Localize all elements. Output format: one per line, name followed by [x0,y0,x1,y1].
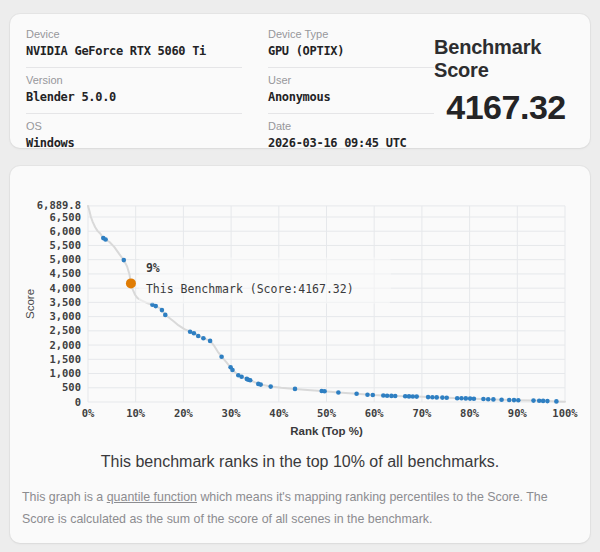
data-point[interactable] [455,396,460,401]
data-point[interactable] [248,378,253,383]
svg-text:500: 500 [62,381,81,393]
field-value: Blender 5.0.0 [26,90,242,105]
svg-text:This Benchmark (Score:4167.32): This Benchmark (Score:4167.32) [146,282,354,296]
data-point[interactable] [426,395,431,400]
svg-text:1,500: 1,500 [49,353,81,365]
svg-text:1,000: 1,000 [49,367,81,379]
quantile-chart-card: 05001,0001,5002,0002,5003,0003,5004,0004… [10,166,590,543]
svg-text:6,000: 6,000 [49,225,81,237]
data-point[interactable] [122,258,127,263]
data-point[interactable] [196,334,201,339]
data-point[interactable] [322,389,327,394]
field-value: 2026-03-16 09:45 UTC [268,136,434,151]
svg-text:30%: 30% [222,407,242,419]
data-point[interactable] [163,313,168,318]
data-point[interactable] [440,395,445,400]
field-label: Device [26,28,242,41]
data-point[interactable] [531,398,536,403]
data-point[interactable] [192,331,197,336]
field-user: User Anonymous [268,68,434,114]
data-point[interactable] [258,382,263,387]
benchmark-page: Device NVIDIA GeForce RTX 5060 Ti Versio… [0,0,600,543]
data-point[interactable] [486,397,491,402]
field-label: User [268,74,434,87]
data-point[interactable] [472,396,477,401]
svg-text:70%: 70% [412,407,432,419]
svg-text:0%: 0% [82,407,95,419]
quantile-chart[interactable]: 05001,0001,5002,0002,5003,0003,5004,0004… [10,166,590,446]
svg-text:4,000: 4,000 [49,282,81,294]
data-point[interactable] [219,354,224,359]
data-point[interactable] [385,393,390,398]
svg-text:40%: 40% [269,407,289,419]
data-point[interactable] [541,399,546,404]
data-point[interactable] [208,339,213,344]
svg-text:3,000: 3,000 [49,310,81,322]
data-point[interactable] [103,237,108,242]
svg-text:5,000: 5,000 [49,253,81,265]
benchmark-score-value: 4167.32 [446,88,565,127]
data-point[interactable] [512,398,517,403]
benchmark-score-box: Benchmark Score 4167.32 [434,22,578,148]
data-point[interactable] [365,392,370,397]
svg-text:4,500: 4,500 [49,267,81,279]
data-point[interactable] [268,384,273,389]
data-point[interactable] [491,397,496,402]
chart-tick-labels: 05001,0001,5002,0002,5003,0003,5004,0004… [37,199,579,419]
data-point[interactable] [545,399,550,404]
svg-text:2,000: 2,000 [49,339,81,351]
field-label: Version [26,74,242,87]
data-point[interactable] [554,399,559,404]
field-value: Windows [26,136,242,151]
svg-text:50%: 50% [317,407,337,419]
data-point[interactable] [464,396,469,401]
data-point[interactable] [371,393,376,398]
svg-text:100%: 100% [552,407,578,419]
svg-text:60%: 60% [365,407,385,419]
field-os: OS Windows [26,114,242,159]
chart-gridlines [88,206,565,402]
field-value: NVIDIA GeForce RTX 5060 Ti [26,44,242,59]
data-point[interactable] [430,395,435,400]
rank-summary-text: This benchmark ranks in the top 10% of a… [10,453,590,471]
field-label: Date [268,120,434,133]
data-point[interactable] [393,394,398,399]
data-point[interactable] [336,390,341,395]
data-point[interactable] [201,336,206,341]
svg-text:3,500: 3,500 [49,296,81,308]
field-version: Version Blender 5.0.0 [26,68,242,114]
svg-text:5,500: 5,500 [49,239,81,251]
svg-text:10%: 10% [126,407,146,419]
svg-text:6,500: 6,500 [49,211,81,223]
quantile-function-link[interactable]: quantile function [107,490,197,504]
svg-text:2,500: 2,500 [49,324,81,336]
data-point[interactable] [414,394,419,399]
data-point[interactable] [459,396,464,401]
x-axis-title: Rank (Top %) [290,425,363,437]
data-point[interactable] [160,308,165,313]
data-point[interactable] [354,391,359,396]
y-axis-title: Score [24,289,36,319]
chart-footnote: This graph is a quantile function which … [22,486,578,530]
this-benchmark-point[interactable] [126,278,136,288]
svg-text:20%: 20% [174,407,194,419]
svg-text:80%: 80% [460,407,480,419]
data-point[interactable] [507,398,512,403]
data-point[interactable] [434,395,439,400]
data-point[interactable] [230,368,235,373]
data-point[interactable] [444,396,449,401]
svg-text:90%: 90% [508,407,528,419]
svg-text:9%: 9% [146,261,160,275]
field-value: GPU (OPTIX) [268,44,434,59]
data-point[interactable] [293,387,298,392]
data-point[interactable] [153,304,158,309]
data-point[interactable] [516,398,521,403]
field-device: Device NVIDIA GeForce RTX 5060 Ti [26,22,242,68]
device-info-card: Device NVIDIA GeForce RTX 5060 Ti Versio… [10,14,590,148]
data-point[interactable] [499,397,504,402]
field-label: Device Type [268,28,434,41]
data-point[interactable] [239,374,244,379]
field-label: OS [26,120,242,133]
svg-text:6,889.8: 6,889.8 [37,199,81,211]
data-point[interactable] [481,397,486,402]
